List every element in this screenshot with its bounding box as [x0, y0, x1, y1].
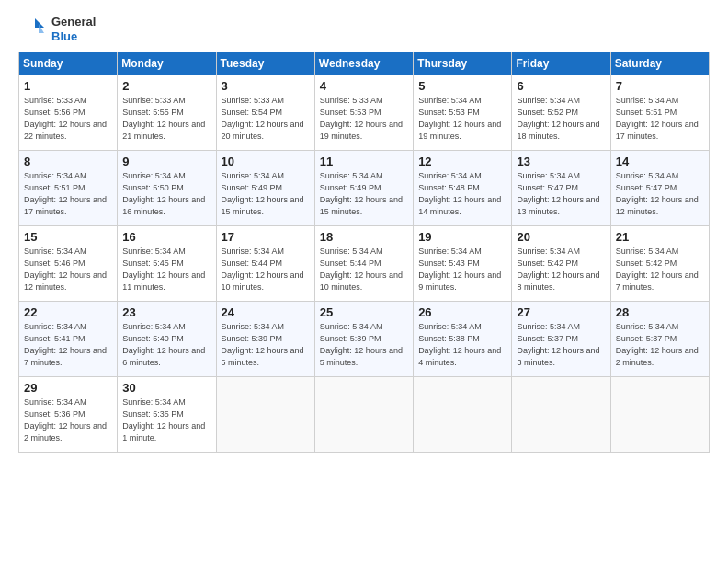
- day-number: 5: [418, 79, 506, 93]
- calendar-cell: 1Sunrise: 5:33 AMSunset: 5:56 PMDaylight…: [19, 75, 118, 151]
- day-number: 8: [24, 155, 112, 168]
- day-info: Sunrise: 5:34 AMSunset: 5:44 PMDaylight:…: [320, 247, 403, 292]
- day-number: 27: [517, 305, 605, 319]
- day-header-monday: Monday: [118, 52, 216, 75]
- calendar-week-4: 22Sunrise: 5:34 AMSunset: 5:41 PMDayligh…: [19, 302, 710, 377]
- day-info: Sunrise: 5:34 AMSunset: 5:35 PMDaylight:…: [122, 397, 205, 442]
- calendar-cell: 22Sunrise: 5:34 AMSunset: 5:41 PMDayligh…: [19, 302, 118, 377]
- day-info: Sunrise: 5:34 AMSunset: 5:50 PMDaylight:…: [122, 171, 205, 216]
- day-info: Sunrise: 5:34 AMSunset: 5:47 PMDaylight:…: [517, 171, 599, 216]
- day-info: Sunrise: 5:34 AMSunset: 5:45 PMDaylight:…: [122, 247, 205, 292]
- calendar-week-1: 1Sunrise: 5:33 AMSunset: 5:56 PMDaylight…: [19, 75, 710, 151]
- calendar-cell: 6Sunrise: 5:34 AMSunset: 5:52 PMDaylight…: [512, 75, 610, 151]
- calendar-cell: 26Sunrise: 5:34 AMSunset: 5:38 PMDayligh…: [414, 302, 512, 377]
- day-number: 2: [122, 79, 210, 93]
- calendar-cell: 8Sunrise: 5:34 AMSunset: 5:51 PMDaylight…: [19, 151, 118, 226]
- day-info: Sunrise: 5:34 AMSunset: 5:52 PMDaylight:…: [517, 96, 599, 141]
- day-number: 12: [418, 155, 506, 168]
- day-info: Sunrise: 5:34 AMSunset: 5:41 PMDaylight:…: [24, 322, 107, 367]
- calendar-cell: 18Sunrise: 5:34 AMSunset: 5:44 PMDayligh…: [314, 226, 413, 302]
- day-info: Sunrise: 5:34 AMSunset: 5:48 PMDaylight:…: [418, 171, 501, 216]
- calendar-cell: 19Sunrise: 5:34 AMSunset: 5:43 PMDayligh…: [414, 226, 512, 302]
- day-number: 17: [222, 230, 310, 244]
- day-info: Sunrise: 5:34 AMSunset: 5:53 PMDaylight:…: [418, 96, 501, 141]
- day-info: Sunrise: 5:33 AMSunset: 5:56 PMDaylight:…: [24, 96, 107, 141]
- calendar-body: 1Sunrise: 5:33 AMSunset: 5:56 PMDaylight…: [19, 75, 710, 453]
- day-info: Sunrise: 5:34 AMSunset: 5:42 PMDaylight:…: [616, 247, 699, 292]
- calendar-cell: 17Sunrise: 5:34 AMSunset: 5:44 PMDayligh…: [216, 226, 314, 302]
- logo-container: General Blue: [18, 15, 96, 44]
- day-header-tuesday: Tuesday: [216, 52, 314, 75]
- calendar-cell: 23Sunrise: 5:34 AMSunset: 5:40 PMDayligh…: [118, 302, 216, 377]
- day-number: 1: [24, 79, 112, 93]
- day-number: 6: [517, 79, 605, 93]
- day-number: 21: [616, 230, 704, 244]
- day-info: Sunrise: 5:34 AMSunset: 5:43 PMDaylight:…: [418, 247, 501, 292]
- day-info: Sunrise: 5:34 AMSunset: 5:37 PMDaylight:…: [517, 322, 599, 367]
- calendar-cell: 20Sunrise: 5:34 AMSunset: 5:42 PMDayligh…: [512, 226, 610, 302]
- day-number: 16: [122, 230, 210, 244]
- day-info: Sunrise: 5:33 AMSunset: 5:55 PMDaylight:…: [122, 96, 205, 141]
- header: General Blue: [18, 15, 710, 44]
- day-number: 30: [122, 381, 210, 395]
- calendar-week-3: 15Sunrise: 5:34 AMSunset: 5:46 PMDayligh…: [19, 226, 710, 302]
- calendar-cell: 11Sunrise: 5:34 AMSunset: 5:49 PMDayligh…: [314, 151, 413, 226]
- day-number: 14: [616, 155, 704, 168]
- day-header-thursday: Thursday: [414, 52, 512, 75]
- day-info: Sunrise: 5:34 AMSunset: 5:38 PMDaylight:…: [418, 322, 501, 367]
- day-number: 23: [122, 305, 210, 319]
- calendar-cell: 4Sunrise: 5:33 AMSunset: 5:53 PMDaylight…: [314, 75, 413, 151]
- calendar-cell: 14Sunrise: 5:34 AMSunset: 5:47 PMDayligh…: [610, 151, 709, 226]
- day-number: 15: [24, 230, 112, 244]
- day-header-sunday: Sunday: [19, 52, 118, 75]
- day-number: 29: [24, 381, 112, 395]
- calendar-cell: 9Sunrise: 5:34 AMSunset: 5:50 PMDaylight…: [118, 151, 216, 226]
- day-header-friday: Friday: [512, 52, 610, 75]
- day-info: Sunrise: 5:34 AMSunset: 5:39 PMDaylight:…: [320, 322, 403, 367]
- day-number: 26: [418, 305, 506, 319]
- calendar-cell: 5Sunrise: 5:34 AMSunset: 5:53 PMDaylight…: [414, 75, 512, 151]
- day-number: 10: [222, 155, 310, 168]
- calendar-cell: [216, 377, 314, 453]
- day-info: Sunrise: 5:33 AMSunset: 5:53 PMDaylight:…: [320, 96, 403, 141]
- calendar-cell: 27Sunrise: 5:34 AMSunset: 5:37 PMDayligh…: [512, 302, 610, 377]
- calendar-cell: 21Sunrise: 5:34 AMSunset: 5:42 PMDayligh…: [610, 226, 709, 302]
- calendar-cell: [610, 377, 709, 453]
- day-number: 7: [616, 79, 704, 93]
- calendar-cell: [414, 377, 512, 453]
- calendar-cell: 24Sunrise: 5:34 AMSunset: 5:39 PMDayligh…: [216, 302, 314, 377]
- calendar-week-2: 8Sunrise: 5:34 AMSunset: 5:51 PMDaylight…: [19, 151, 710, 226]
- logo-graphic: [18, 15, 48, 44]
- calendar-cell: 10Sunrise: 5:34 AMSunset: 5:49 PMDayligh…: [216, 151, 314, 226]
- day-number: 25: [320, 305, 408, 319]
- calendar-cell: 30Sunrise: 5:34 AMSunset: 5:35 PMDayligh…: [118, 377, 216, 453]
- logo: General Blue: [18, 15, 96, 44]
- calendar-cell: 16Sunrise: 5:34 AMSunset: 5:45 PMDayligh…: [118, 226, 216, 302]
- calendar-week-5: 29Sunrise: 5:34 AMSunset: 5:36 PMDayligh…: [19, 377, 710, 453]
- day-info: Sunrise: 5:34 AMSunset: 5:47 PMDaylight:…: [616, 171, 699, 216]
- day-info: Sunrise: 5:34 AMSunset: 5:51 PMDaylight:…: [616, 96, 699, 141]
- day-info: Sunrise: 5:34 AMSunset: 5:44 PMDaylight:…: [222, 247, 304, 292]
- day-info: Sunrise: 5:34 AMSunset: 5:40 PMDaylight:…: [122, 322, 205, 367]
- day-number: 28: [616, 305, 704, 319]
- day-number: 18: [320, 230, 408, 244]
- day-info: Sunrise: 5:34 AMSunset: 5:51 PMDaylight:…: [24, 171, 107, 216]
- calendar-cell: 13Sunrise: 5:34 AMSunset: 5:47 PMDayligh…: [512, 151, 610, 226]
- calendar-cell: [314, 377, 413, 453]
- day-info: Sunrise: 5:33 AMSunset: 5:54 PMDaylight:…: [222, 96, 304, 141]
- day-number: 4: [320, 79, 408, 93]
- day-info: Sunrise: 5:34 AMSunset: 5:39 PMDaylight:…: [222, 322, 304, 367]
- calendar-cell: 15Sunrise: 5:34 AMSunset: 5:46 PMDayligh…: [19, 226, 118, 302]
- day-number: 19: [418, 230, 506, 244]
- calendar-cell: 28Sunrise: 5:34 AMSunset: 5:37 PMDayligh…: [610, 302, 709, 377]
- calendar-cell: 12Sunrise: 5:34 AMSunset: 5:48 PMDayligh…: [414, 151, 512, 226]
- day-info: Sunrise: 5:34 AMSunset: 5:37 PMDaylight:…: [616, 322, 699, 367]
- day-number: 3: [222, 79, 310, 93]
- calendar-header-row: SundayMondayTuesdayWednesdayThursdayFrid…: [19, 52, 710, 75]
- day-info: Sunrise: 5:34 AMSunset: 5:42 PMDaylight:…: [517, 247, 599, 292]
- day-info: Sunrise: 5:34 AMSunset: 5:36 PMDaylight:…: [24, 397, 107, 442]
- day-number: 20: [517, 230, 605, 244]
- day-info: Sunrise: 5:34 AMSunset: 5:49 PMDaylight:…: [222, 171, 304, 216]
- day-number: 11: [320, 155, 408, 168]
- day-header-saturday: Saturday: [610, 52, 709, 75]
